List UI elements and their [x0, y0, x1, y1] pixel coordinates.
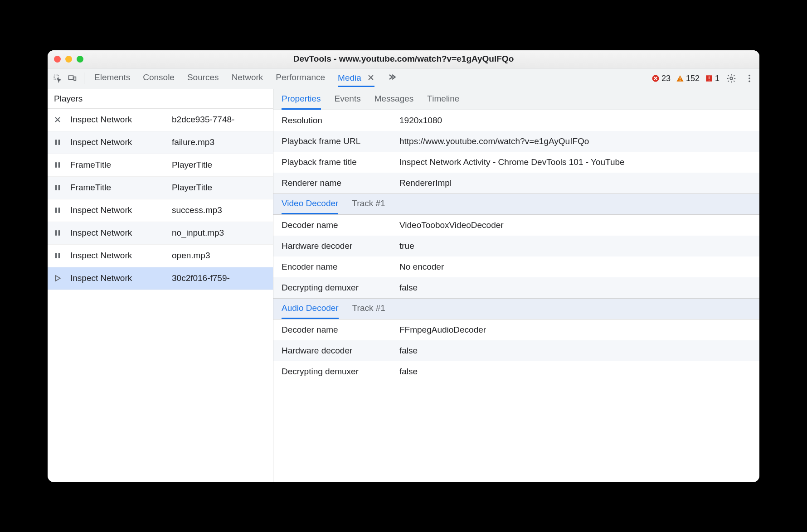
- player-row[interactable]: Inspect Networksuccess.mp3: [48, 199, 273, 222]
- pause-icon: [48, 228, 68, 237]
- devtools-window: DevTools - www.youtube.com/watch?v=e1gAy…: [48, 50, 759, 482]
- audio-decoder-tab[interactable]: Audio Decoder: [282, 303, 339, 319]
- window-title: DevTools - www.youtube.com/watch?v=e1gAy…: [48, 54, 759, 64]
- player-title: failure.mp3: [167, 137, 273, 147]
- minimize-window-button[interactable]: [65, 56, 72, 63]
- settings-icon[interactable]: [725, 72, 738, 85]
- svg-rect-17: [55, 185, 57, 190]
- video-properties: Decoder nameVideoTooboxVideoDecoderHardw…: [273, 215, 759, 298]
- svg-rect-24: [58, 253, 60, 258]
- players-pane: Players Inspect Networkb2dce935-7748-Ins…: [48, 89, 273, 482]
- close-icon: [48, 115, 68, 124]
- player-frame-title: Inspect Network: [68, 137, 167, 147]
- warnings-badge[interactable]: 152: [676, 74, 700, 83]
- player-row[interactable]: Inspect Networkfailure.mp3: [48, 131, 273, 154]
- property-row: Encoder nameNo encoder: [273, 256, 759, 277]
- separator: [84, 73, 84, 84]
- audio-properties: Decoder nameFFmpegAudioDecoderHardware d…: [273, 319, 759, 382]
- players-list: Inspect Networkb2dce935-7748-Inspect Net…: [48, 109, 273, 482]
- player-row[interactable]: Inspect Networkb2dce935-7748-: [48, 109, 273, 131]
- pause-icon: [48, 183, 68, 192]
- tab-close-icon[interactable]: ✕: [367, 73, 374, 82]
- property-value: https://www.youtube.com/watch?v=e1gAyQuI…: [399, 136, 751, 146]
- kebab-menu-icon[interactable]: [743, 72, 756, 85]
- player-title: no_input.mp3: [167, 228, 273, 238]
- svg-rect-13: [55, 140, 57, 145]
- device-toggle-icon[interactable]: [66, 72, 78, 85]
- svg-rect-22: [58, 230, 60, 236]
- fullscreen-window-button[interactable]: [77, 56, 83, 63]
- close-window-button[interactable]: [54, 56, 61, 63]
- subtab-events[interactable]: Events: [335, 94, 361, 110]
- pause-icon: [48, 206, 68, 215]
- property-key: Renderer name: [282, 178, 399, 188]
- property-row: Renderer nameRendererImpl: [273, 173, 759, 193]
- property-row: Decrypting demuxerfalse: [273, 277, 759, 298]
- video-decoder-section: Video Decoder Track #1: [273, 193, 759, 215]
- property-row: Hardware decodertrue: [273, 236, 759, 256]
- player-title: success.mp3: [167, 205, 273, 215]
- tab-performance[interactable]: Performance: [276, 70, 325, 87]
- audio-track1-tab[interactable]: Track #1: [352, 303, 385, 319]
- svg-rect-4: [680, 77, 681, 80]
- errors-count: 23: [661, 74, 671, 83]
- svg-rect-8: [709, 80, 710, 81]
- video-decoder-tab[interactable]: Video Decoder: [282, 198, 338, 214]
- player-frame-title: Inspect Network: [68, 251, 167, 261]
- player-row[interactable]: Inspect Networkopen.mp3: [48, 245, 273, 267]
- player-row[interactable]: FrameTitlePlayerTitle: [48, 154, 273, 177]
- player-row[interactable]: FrameTitlePlayerTitle: [48, 177, 273, 199]
- property-value: RendererImpl: [399, 178, 751, 188]
- inspect-element-icon[interactable]: [51, 72, 64, 85]
- property-key: Playback frame title: [282, 157, 399, 167]
- titlebar: DevTools - www.youtube.com/watch?v=e1gAy…: [48, 50, 759, 68]
- player-frame-title: Inspect Network: [68, 228, 167, 238]
- property-key: Resolution: [282, 116, 399, 126]
- subtab-messages[interactable]: Messages: [374, 94, 414, 110]
- property-row: Decrypting demuxerfalse: [273, 361, 759, 382]
- property-value: No encoder: [399, 262, 751, 272]
- subtab-timeline[interactable]: Timeline: [427, 94, 459, 110]
- property-key: Decrypting demuxer: [282, 283, 399, 293]
- errors-badge[interactable]: 23: [651, 74, 671, 83]
- tab-sources[interactable]: Sources: [187, 70, 219, 87]
- property-row: Decoder nameFFmpegAudioDecoder: [273, 319, 759, 340]
- issues-badge[interactable]: 1: [705, 74, 719, 83]
- tab-console[interactable]: Console: [143, 70, 175, 87]
- details-subtabs: Properties Events Messages Timeline: [273, 89, 759, 110]
- player-title: PlayerTitle: [167, 183, 273, 193]
- player-frame-title: Inspect Network: [68, 273, 167, 283]
- property-row: Hardware decoderfalse: [273, 340, 759, 361]
- property-key: Decoder name: [282, 325, 399, 335]
- property-key: Encoder name: [282, 262, 399, 272]
- svg-point-10: [749, 75, 750, 77]
- property-row: Playback frame titleInspect Network Acti…: [273, 152, 759, 173]
- property-value: Inspect Network Activity - Chrome DevToo…: [399, 157, 751, 167]
- audio-decoder-section: Audio Decoder Track #1: [273, 298, 759, 319]
- property-value: FFmpegAudioDecoder: [399, 325, 751, 335]
- property-row: Resolution1920x1080: [273, 110, 759, 131]
- tab-elements[interactable]: Elements: [94, 70, 130, 87]
- player-row[interactable]: Inspect Networkno_input.mp3: [48, 222, 273, 245]
- main-toolbar: Elements Console Sources Network Perform…: [48, 68, 759, 89]
- subtab-properties[interactable]: Properties: [282, 94, 321, 110]
- tab-media[interactable]: Media ✕: [338, 70, 374, 87]
- player-title: PlayerTitle: [167, 160, 273, 170]
- more-tabs-button[interactable]: [387, 70, 396, 87]
- players-header: Players: [48, 89, 273, 109]
- svg-rect-14: [58, 140, 60, 145]
- video-track1-tab[interactable]: Track #1: [352, 198, 385, 214]
- traffic-lights: [54, 56, 83, 63]
- tab-network[interactable]: Network: [232, 70, 263, 87]
- svg-rect-23: [55, 253, 57, 258]
- property-key: Decrypting demuxer: [282, 367, 399, 377]
- property-value: true: [399, 241, 751, 251]
- pause-icon: [48, 251, 68, 260]
- player-row[interactable]: Inspect Network30c2f016-f759-: [48, 267, 273, 290]
- warnings-count: 152: [686, 74, 700, 83]
- pause-icon: [48, 138, 68, 147]
- property-value: false: [399, 346, 751, 356]
- svg-point-12: [749, 81, 750, 82]
- property-value: VideoTooboxVideoDecoder: [399, 220, 751, 230]
- svg-rect-20: [58, 208, 60, 213]
